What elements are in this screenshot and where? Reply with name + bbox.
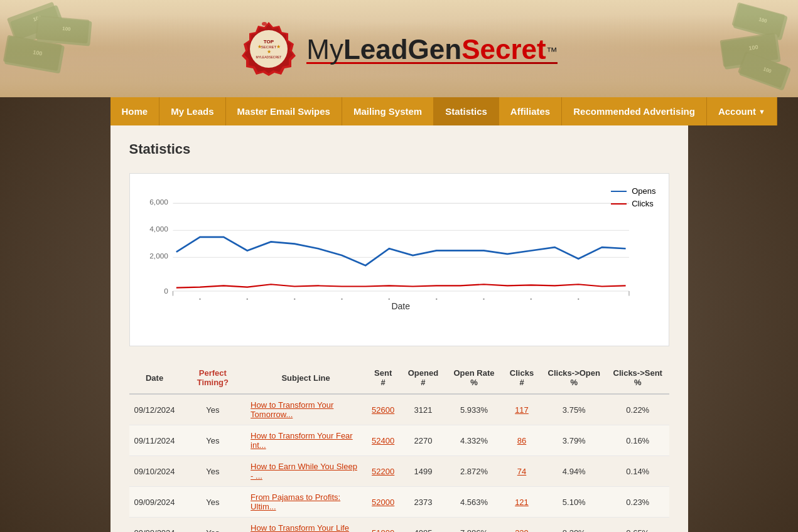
svg-text:•: • [483, 296, 485, 302]
nav-account[interactable]: Account ▼ [707, 97, 777, 125]
cell-subject[interactable]: How to Transform Your Fear int... [245, 425, 366, 456]
cell-sent[interactable]: 52400 [366, 425, 400, 456]
nav-mailing-system[interactable]: Mailing System [342, 97, 434, 125]
table-row: 09/09/2024 Yes From Pajamas to Profits: … [129, 487, 669, 518]
cell-open-rate: 4.563% [446, 487, 502, 518]
cell-sent[interactable]: 52000 [366, 487, 400, 518]
svg-text:•: • [341, 296, 343, 302]
cell-sent[interactable]: 51800 [366, 518, 400, 533]
cell-clicks[interactable]: 117 [502, 394, 542, 425]
cell-open-rate: 5.933% [446, 394, 502, 425]
nav-affiliates[interactable]: Affiliates [499, 97, 562, 125]
cell-open-rate: 7.886% [446, 518, 502, 533]
account-dropdown-arrow: ▼ [758, 108, 765, 115]
svg-text:2,000: 2,000 [149, 252, 168, 260]
col-sent: Sent # [366, 362, 400, 394]
nav-my-leads[interactable]: My Leads [159, 97, 225, 125]
cell-clicks-open: 8.30% [542, 518, 607, 533]
col-opened: Opened # [400, 362, 446, 394]
cell-sent[interactable]: 52600 [366, 394, 400, 425]
cell-opened: 2373 [400, 487, 446, 518]
cell-subject[interactable]: How to Earn While You Sleep - ... [245, 456, 366, 487]
nav-recommended-advertising[interactable]: Recommended Advertising [562, 97, 707, 125]
cell-open-rate: 2.872% [446, 456, 502, 487]
cell-sent[interactable]: 52200 [366, 456, 400, 487]
col-open-rate: Open Rate % [446, 362, 502, 394]
svg-text:•: • [530, 296, 532, 302]
svg-text:•: • [577, 296, 579, 302]
table-row: 09/08/2024 Yes How to Transform Your Lif… [129, 518, 669, 533]
page-title: Statistics [129, 141, 669, 157]
svg-text:★: ★ [276, 44, 281, 50]
cell-clicks[interactable]: 121 [502, 487, 542, 518]
table-row: 09/10/2024 Yes How to Earn While You Sle… [129, 456, 669, 487]
cell-opened: 4085 [400, 518, 446, 533]
svg-text:★: ★ [267, 49, 271, 55]
svg-text:4,000: 4,000 [149, 225, 168, 233]
cell-opened: 2270 [400, 425, 446, 456]
svg-text:•: • [246, 296, 248, 302]
clicks-line-icon [611, 203, 627, 205]
legend-clicks-label: Clicks [632, 199, 654, 208]
cell-subject[interactable]: From Pajamas to Profits: Ultim... [245, 487, 366, 518]
cell-date: 09/08/2024 [129, 518, 180, 533]
svg-text:100: 100 [62, 26, 72, 32]
header: 100 100 100 100 100 100 TOP SECRET ★ [0, 0, 798, 97]
cell-clicks-open: 4.94% [542, 456, 607, 487]
cell-clicks[interactable]: 86 [502, 425, 542, 456]
svg-text:100: 100 [748, 44, 758, 51]
cell-clicks-sent: 0.16% [607, 425, 669, 456]
cell-date: 09/11/2024 [129, 425, 180, 456]
table-row: 09/11/2024 Yes How to Transform Your Fea… [129, 425, 669, 456]
cell-clicks-sent: 0.22% [607, 394, 669, 425]
cell-perfect-timing: Yes [180, 394, 246, 425]
col-date: Date [129, 362, 180, 394]
cell-date: 09/09/2024 [129, 487, 180, 518]
cell-opened: 1499 [400, 456, 446, 487]
cell-opened: 3121 [400, 394, 446, 425]
svg-text:★: ★ [257, 44, 262, 50]
nav-statistics[interactable]: Statistics [434, 97, 499, 125]
legend-opens: Opens [611, 186, 655, 196]
svg-text:•: • [435, 296, 437, 302]
legend-clicks: Clicks [611, 199, 655, 208]
cell-perfect-timing: Yes [180, 456, 246, 487]
cell-clicks-sent: 0.65% [607, 518, 669, 533]
cell-clicks[interactable]: 339 [502, 518, 542, 533]
chart-container: Opens Clicks 6,000 4,000 2,000 0 [129, 173, 669, 346]
svg-point-27 [262, 22, 267, 26]
svg-text:0: 0 [164, 287, 168, 295]
chart-legend: Opens Clicks [611, 186, 655, 208]
table-header-row: Date Perfect Timing? Subject Line Sent #… [129, 362, 669, 394]
chart-svg: 6,000 4,000 2,000 0 Date • [143, 186, 656, 324]
cell-date: 09/10/2024 [129, 456, 180, 487]
nav-home[interactable]: Home [111, 97, 160, 125]
cell-perfect-timing: Yes [180, 425, 246, 456]
svg-text:MYLEADSECRET: MYLEADSECRET [256, 55, 282, 59]
logo-seal-icon: TOP SECRET ★ ★ ★ MYLEADSECRET [240, 21, 297, 77]
cell-clicks-open: 3.79% [542, 425, 607, 456]
page-body: Statistics Opens Clicks 6,000 4,000 2,00… [111, 125, 688, 532]
col-subject-line: Subject Line [245, 362, 366, 394]
nav-master-email-swipes[interactable]: Master Email Swipes [226, 97, 342, 125]
chart-x-label: Date [391, 301, 410, 311]
cell-perfect-timing: Yes [180, 518, 246, 533]
table-row: 09/12/2024 Yes How to Transform Your Tom… [129, 394, 669, 425]
col-perfect-timing: Perfect Timing? [180, 362, 246, 394]
svg-text:6,000: 6,000 [149, 198, 168, 206]
svg-text:•: • [198, 296, 200, 302]
cell-clicks-open: 5.10% [542, 487, 607, 518]
navigation: Home My Leads Master Email Swipes Mailin… [111, 97, 688, 125]
cell-clicks-sent: 0.14% [607, 456, 669, 487]
legend-opens-label: Opens [632, 186, 655, 196]
cell-subject[interactable]: How to Transform Your Tomorrow... [245, 394, 366, 425]
cell-clicks[interactable]: 74 [502, 456, 542, 487]
cell-subject[interactable]: How to Transform Your Life fro... [245, 518, 366, 533]
cell-perfect-timing: Yes [180, 487, 246, 518]
cell-clicks-open: 3.75% [542, 394, 607, 425]
svg-text:•: • [293, 296, 295, 302]
logo-text: MyLeadGenSecret™ [306, 34, 557, 64]
col-clicks-sent: Clicks->Sent % [607, 362, 669, 394]
cell-clicks-sent: 0.23% [607, 487, 669, 518]
svg-text:•: • [388, 296, 390, 302]
